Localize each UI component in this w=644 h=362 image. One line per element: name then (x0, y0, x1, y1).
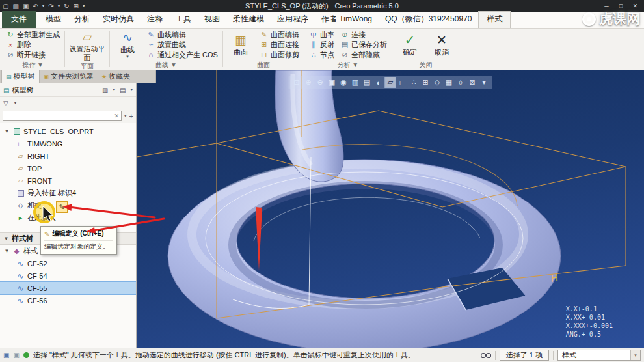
undo-caret-icon[interactable]: ▾ (42, 3, 45, 8)
connect-button[interactable]: ⊕ 连接 (338, 30, 389, 40)
refit-icon[interactable]: ⊡ (291, 77, 302, 88)
delete-button[interactable]: × 删除 (4, 40, 62, 49)
tab-annotate[interactable]: 注释 (141, 11, 169, 28)
graphics-area[interactable]: H ⊡ ⊕ ⊖ ▣ ◉ ▥ ▤ ◐ ▱ ∟ ∴ ⊞ ◇ ▦ (137, 70, 644, 348)
tab-applications[interactable]: 应用程序 (271, 11, 315, 28)
filter-dropdown-caret-icon[interactable]: ▾ (630, 350, 640, 360)
cos-by-intersection-button[interactable]: ∩ 通过相交产生 COS (144, 50, 220, 60)
hide-all-button[interactable]: ⊘ 全部隐藏 (338, 50, 389, 60)
redo-caret-icon[interactable]: ▾ (58, 3, 60, 8)
tree-item-cf56[interactable]: ∿ CF-56 (0, 294, 136, 307)
repaint-icon[interactable]: ▣ (327, 77, 338, 88)
add-filter-icon[interactable]: + (129, 112, 133, 120)
display-style-icon[interactable]: ▥ (350, 77, 361, 88)
edit-definition-mini-button[interactable]: ✎ (56, 201, 68, 213)
save-icon[interactable]: ▣ (23, 3, 29, 10)
more-views-icon[interactable]: ▾ (479, 77, 490, 88)
tree-item-front-plane[interactable]: ▱ FRONT (0, 174, 136, 187)
surface-edit-button[interactable]: ✎ 曲面编辑 (258, 30, 301, 40)
ok-button[interactable]: ✓ 确定 (395, 30, 425, 60)
tab-tools[interactable]: 工具 (169, 11, 198, 28)
tree-item-csys[interactable]: ∟ TIMWONG (0, 137, 136, 150)
zoom-in-icon[interactable]: ⊕ (303, 77, 314, 88)
tab-file[interactable]: 文件 (2, 11, 36, 28)
saved-analysis-button[interactable]: ▤ 已保存分析 (338, 40, 389, 49)
tree-item-root[interactable]: ▼ STYLE_CLS_OP.PRT (0, 125, 136, 137)
shaded-view-icon[interactable]: ◐ (373, 77, 384, 88)
tab-model[interactable]: 模型 (39, 11, 68, 28)
tab-style-active[interactable]: 样式 (478, 11, 511, 28)
tree-filter-caret-icon[interactable]: ▾ (14, 100, 17, 105)
tab-model-tree[interactable]: ▤ 模型树 (1, 70, 40, 83)
tree-columns-icon[interactable]: ▥ (102, 87, 108, 94)
status-window-icon[interactable]: ▣ (3, 352, 9, 359)
maximize-button[interactable]: □ (615, 1, 627, 10)
connect-label: 连接 (351, 30, 366, 40)
close-button[interactable]: ✕ (629, 1, 641, 10)
surface-connect-button[interactable]: ⊞ 曲面连接 (258, 40, 301, 49)
node-button[interactable]: ∴ 节点 (307, 50, 336, 60)
cancel-button[interactable]: ✕ 取消 (427, 30, 457, 60)
undo-icon[interactable]: ↶ (33, 3, 38, 10)
datum-axis-display-icon[interactable]: ∟ (397, 77, 408, 88)
expander-icon[interactable]: ▼ (4, 248, 10, 254)
tree-docs-icon[interactable]: ▤ (120, 87, 126, 94)
regenerate-quick-icon[interactable]: ↻ (64, 3, 69, 10)
tab-flexible-modeling[interactable]: 柔性建模 (226, 11, 271, 28)
regenerate-all-button[interactable]: ↻ 全部重新生成 (4, 30, 62, 40)
open-file-icon[interactable]: ▤ (12, 3, 18, 10)
quick-access-more-icon[interactable]: ▾ (83, 3, 85, 8)
zoom-out-icon[interactable]: ⊖ (315, 77, 326, 88)
clip-icon[interactable]: ⊠ (467, 77, 478, 88)
annotation-display-icon[interactable]: ◇ (432, 77, 443, 88)
tree-item-intersect[interactable]: ◇ 相交 (0, 199, 136, 212)
redo-icon[interactable]: ↷ (48, 3, 53, 10)
surface-trim-button[interactable]: ⊟ 曲面修剪 (258, 50, 301, 60)
group-label-curve[interactable]: 曲线 ▼ (113, 60, 220, 70)
tree-item-cf54[interactable]: ∿ CF-54 (0, 270, 136, 282)
clear-search-icon[interactable]: ✕ (114, 113, 120, 119)
break-link-button[interactable]: ⊘ 断开链接 (4, 50, 62, 60)
surface-button[interactable]: ▦ 曲面 (226, 30, 256, 60)
tree-docs-caret-icon[interactable]: ▾ (130, 87, 133, 92)
tab-folder-browser[interactable]: ▣ 文件夹浏览器 (40, 70, 98, 83)
windows-icon[interactable]: ⊞ (74, 3, 79, 10)
status-panel-icon[interactable]: ▣ (13, 352, 19, 359)
expander-icon[interactable]: ▼ (3, 236, 9, 242)
tab-analysis[interactable]: 分析 (68, 11, 96, 28)
tab-view[interactable]: 视图 (198, 11, 226, 28)
hidden-line-icon[interactable]: ▤ (362, 77, 373, 88)
tree-item-right-plane[interactable]: ▱ RIGHT (0, 150, 136, 162)
tree-search-input[interactable] (5, 113, 114, 120)
search-options-caret-icon[interactable]: ▾ (124, 113, 127, 118)
curvature-button[interactable]: Ψ 曲率 (307, 30, 336, 40)
perspective-icon[interactable]: ◊ (455, 77, 466, 88)
direction-arrow[interactable] (256, 207, 262, 271)
datum-plane-display-icon[interactable]: ▱ (385, 77, 396, 88)
expander-icon[interactable]: ▼ (4, 128, 10, 134)
tree-item-top-plane[interactable]: ▱ TOP (0, 162, 136, 174)
minimize-button[interactable]: ─ (600, 1, 613, 10)
csys-display-icon[interactable]: ⊞ (420, 77, 431, 88)
tab-live-simulation[interactable]: 实时仿真 (96, 11, 141, 28)
placed-curve-button[interactable]: ≈ 放置曲线 (144, 40, 220, 49)
datum-point-display-icon[interactable]: ∴ (409, 77, 420, 88)
tree-columns-caret-icon[interactable]: ▾ (113, 87, 116, 92)
tree-item-cf55-selected[interactable]: ∿ CF-55 (0, 282, 136, 294)
new-file-icon[interactable]: ▢ (3, 3, 8, 10)
spin-center-icon[interactable]: ◉ (338, 77, 349, 88)
curve-edit-button[interactable]: ✎ 曲线编辑 (144, 30, 220, 40)
group-label-operations[interactable]: 操作 ▼ (4, 60, 62, 70)
tree-filter-icon[interactable]: ▽ (3, 100, 8, 107)
tab-favorites[interactable]: ★ 收藏夹 (98, 70, 134, 83)
reflect-button[interactable]: ∥ 反射 (307, 40, 336, 49)
tree-item-cf52[interactable]: ∿ CF-52 (0, 257, 136, 270)
selection-filter-dropdown[interactable]: 样式 ▾ (557, 350, 641, 361)
find-icon[interactable] (481, 352, 491, 359)
tree-item-insert-here[interactable]: ► 在此插入 (0, 212, 136, 224)
set-active-plane-button[interactable]: ▱ 设置活动平面 (68, 30, 107, 61)
view-manager-icon[interactable]: ▦ (444, 77, 455, 88)
group-label-analysis[interactable]: 分析 ▼ (307, 60, 389, 70)
tree-item-import-feature[interactable]: 导入特征 标识4 (0, 187, 136, 199)
curve-button[interactable]: ∿ 曲线 ▾ (113, 30, 142, 60)
